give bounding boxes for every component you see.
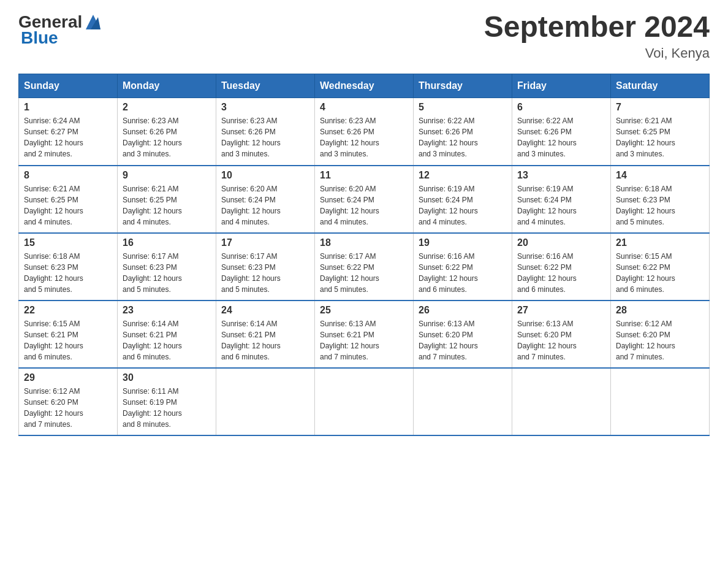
day-number: 3 <box>221 102 309 113</box>
calendar-cell: 13Sunrise: 6:19 AMSunset: 6:24 PMDayligh… <box>512 166 611 233</box>
day-info: Sunrise: 6:17 AMSunset: 6:23 PMDaylight:… <box>123 251 211 295</box>
day-info: Sunrise: 6:23 AMSunset: 6:26 PMDaylight:… <box>320 115 408 159</box>
day-info: Sunrise: 6:11 AMSunset: 6:19 PMDaylight:… <box>123 386 211 430</box>
day-number: 23 <box>123 305 211 316</box>
calendar-cell: 30Sunrise: 6:11 AMSunset: 6:19 PMDayligh… <box>118 368 216 435</box>
day-info: Sunrise: 6:18 AMSunset: 6:23 PMDaylight:… <box>616 183 704 228</box>
day-info: Sunrise: 6:14 AMSunset: 6:21 PMDaylight:… <box>123 318 211 362</box>
day-number: 30 <box>123 372 211 383</box>
day-number: 5 <box>419 102 507 113</box>
day-number: 19 <box>419 237 507 248</box>
calendar-cell: 22Sunrise: 6:15 AMSunset: 6:21 PMDayligh… <box>19 301 118 368</box>
day-info: Sunrise: 6:13 AMSunset: 6:20 PMDaylight:… <box>419 318 507 362</box>
day-number: 29 <box>24 372 112 383</box>
calendar-cell: 2Sunrise: 6:23 AMSunset: 6:26 PMDaylight… <box>118 98 216 166</box>
day-number: 8 <box>24 170 112 181</box>
day-number: 12 <box>419 170 507 181</box>
calendar-cell: 14Sunrise: 6:18 AMSunset: 6:23 PMDayligh… <box>611 166 710 233</box>
day-info: Sunrise: 6:12 AMSunset: 6:20 PMDaylight:… <box>24 386 112 430</box>
day-info: Sunrise: 6:15 AMSunset: 6:21 PMDaylight:… <box>24 318 112 362</box>
calendar-cell: 21Sunrise: 6:15 AMSunset: 6:22 PMDayligh… <box>611 233 710 301</box>
day-number: 15 <box>24 237 112 248</box>
day-number: 18 <box>320 237 408 248</box>
day-info: Sunrise: 6:19 AMSunset: 6:24 PMDaylight:… <box>517 183 605 228</box>
day-number: 11 <box>320 170 408 181</box>
calendar-cell: 28Sunrise: 6:12 AMSunset: 6:20 PMDayligh… <box>611 301 710 368</box>
day-number: 13 <box>517 170 605 181</box>
day-info: Sunrise: 6:19 AMSunset: 6:24 PMDaylight:… <box>419 183 507 228</box>
day-number: 25 <box>320 305 408 316</box>
calendar-cell: 18Sunrise: 6:17 AMSunset: 6:22 PMDayligh… <box>315 233 414 301</box>
day-info: Sunrise: 6:13 AMSunset: 6:20 PMDaylight:… <box>517 318 605 362</box>
calendar-cell: 29Sunrise: 6:12 AMSunset: 6:20 PMDayligh… <box>19 368 118 435</box>
calendar-cell: 10Sunrise: 6:20 AMSunset: 6:24 PMDayligh… <box>216 166 315 233</box>
calendar-cell: 25Sunrise: 6:13 AMSunset: 6:21 PMDayligh… <box>315 301 414 368</box>
calendar-table: SundayMondayTuesdayWednesdayThursdayFrid… <box>18 74 710 436</box>
calendar-cell <box>216 368 315 435</box>
calendar-cell: 16Sunrise: 6:17 AMSunset: 6:23 PMDayligh… <box>118 233 216 301</box>
day-info: Sunrise: 6:13 AMSunset: 6:21 PMDaylight:… <box>320 318 408 362</box>
calendar-row: 8Sunrise: 6:21 AMSunset: 6:25 PMDaylight… <box>19 166 710 233</box>
day-number: 27 <box>517 305 605 316</box>
calendar-cell: 5Sunrise: 6:22 AMSunset: 6:26 PMDaylight… <box>414 98 512 166</box>
day-number: 20 <box>517 237 605 248</box>
day-number: 16 <box>123 237 211 248</box>
day-info: Sunrise: 6:18 AMSunset: 6:23 PMDaylight:… <box>24 251 112 295</box>
calendar-cell: 7Sunrise: 6:21 AMSunset: 6:25 PMDaylight… <box>611 98 710 166</box>
calendar-cell: 1Sunrise: 6:24 AMSunset: 6:27 PMDaylight… <box>19 98 118 166</box>
title-block: September 2024 Voi, Kenya <box>484 12 710 61</box>
calendar-cell: 6Sunrise: 6:22 AMSunset: 6:26 PMDaylight… <box>512 98 611 166</box>
calendar-cell <box>414 368 512 435</box>
day-number: 26 <box>419 305 507 316</box>
day-header-saturday: Saturday <box>611 74 710 98</box>
day-info: Sunrise: 6:17 AMSunset: 6:22 PMDaylight:… <box>320 251 408 295</box>
calendar-cell: 26Sunrise: 6:13 AMSunset: 6:20 PMDayligh… <box>414 301 512 368</box>
calendar-row: 15Sunrise: 6:18 AMSunset: 6:23 PMDayligh… <box>19 233 710 301</box>
calendar-cell: 17Sunrise: 6:17 AMSunset: 6:23 PMDayligh… <box>216 233 315 301</box>
day-info: Sunrise: 6:20 AMSunset: 6:24 PMDaylight:… <box>320 183 408 228</box>
day-number: 2 <box>123 102 211 113</box>
day-info: Sunrise: 6:21 AMSunset: 6:25 PMDaylight:… <box>616 115 704 159</box>
day-header-sunday: Sunday <box>19 74 118 98</box>
day-info: Sunrise: 6:17 AMSunset: 6:23 PMDaylight:… <box>221 251 309 295</box>
day-info: Sunrise: 6:21 AMSunset: 6:25 PMDaylight:… <box>123 183 211 228</box>
day-number: 6 <box>517 102 605 113</box>
day-info: Sunrise: 6:16 AMSunset: 6:22 PMDaylight:… <box>517 251 605 295</box>
day-info: Sunrise: 6:21 AMSunset: 6:25 PMDaylight:… <box>24 183 112 228</box>
day-info: Sunrise: 6:22 AMSunset: 6:26 PMDaylight:… <box>419 115 507 159</box>
calendar-row: 29Sunrise: 6:12 AMSunset: 6:20 PMDayligh… <box>19 368 710 435</box>
calendar-cell: 27Sunrise: 6:13 AMSunset: 6:20 PMDayligh… <box>512 301 611 368</box>
day-number: 9 <box>123 170 211 181</box>
day-info: Sunrise: 6:23 AMSunset: 6:26 PMDaylight:… <box>123 115 211 159</box>
calendar-cell: 15Sunrise: 6:18 AMSunset: 6:23 PMDayligh… <box>19 233 118 301</box>
day-number: 17 <box>221 237 309 248</box>
calendar-cell <box>611 368 710 435</box>
day-header-friday: Friday <box>512 74 611 98</box>
calendar-cell: 3Sunrise: 6:23 AMSunset: 6:26 PMDaylight… <box>216 98 315 166</box>
calendar-cell: 11Sunrise: 6:20 AMSunset: 6:24 PMDayligh… <box>315 166 414 233</box>
day-header-thursday: Thursday <box>414 74 512 98</box>
day-info: Sunrise: 6:23 AMSunset: 6:26 PMDaylight:… <box>221 115 309 159</box>
calendar-title: September 2024 <box>484 12 710 42</box>
calendar-cell: 23Sunrise: 6:14 AMSunset: 6:21 PMDayligh… <box>118 301 216 368</box>
day-number: 24 <box>221 305 309 316</box>
logo-icon <box>83 12 103 32</box>
day-number: 14 <box>616 170 704 181</box>
day-number: 22 <box>24 305 112 316</box>
calendar-row: 22Sunrise: 6:15 AMSunset: 6:21 PMDayligh… <box>19 301 710 368</box>
day-info: Sunrise: 6:14 AMSunset: 6:21 PMDaylight:… <box>221 318 309 362</box>
day-header-wednesday: Wednesday <box>315 74 414 98</box>
calendar-cell: 24Sunrise: 6:14 AMSunset: 6:21 PMDayligh… <box>216 301 315 368</box>
page-header: General Blue September 2024 Voi, Kenya <box>18 12 710 61</box>
day-number: 7 <box>616 102 704 113</box>
day-header-monday: Monday <box>118 74 216 98</box>
day-number: 4 <box>320 102 408 113</box>
day-info: Sunrise: 6:20 AMSunset: 6:24 PMDaylight:… <box>221 183 309 228</box>
calendar-cell: 8Sunrise: 6:21 AMSunset: 6:25 PMDaylight… <box>19 166 118 233</box>
calendar-cell: 12Sunrise: 6:19 AMSunset: 6:24 PMDayligh… <box>414 166 512 233</box>
calendar-cell: 20Sunrise: 6:16 AMSunset: 6:22 PMDayligh… <box>512 233 611 301</box>
day-info: Sunrise: 6:12 AMSunset: 6:20 PMDaylight:… <box>616 318 704 362</box>
calendar-cell: 19Sunrise: 6:16 AMSunset: 6:22 PMDayligh… <box>414 233 512 301</box>
logo: General Blue <box>18 12 103 48</box>
calendar-cell: 9Sunrise: 6:21 AMSunset: 6:25 PMDaylight… <box>118 166 216 233</box>
